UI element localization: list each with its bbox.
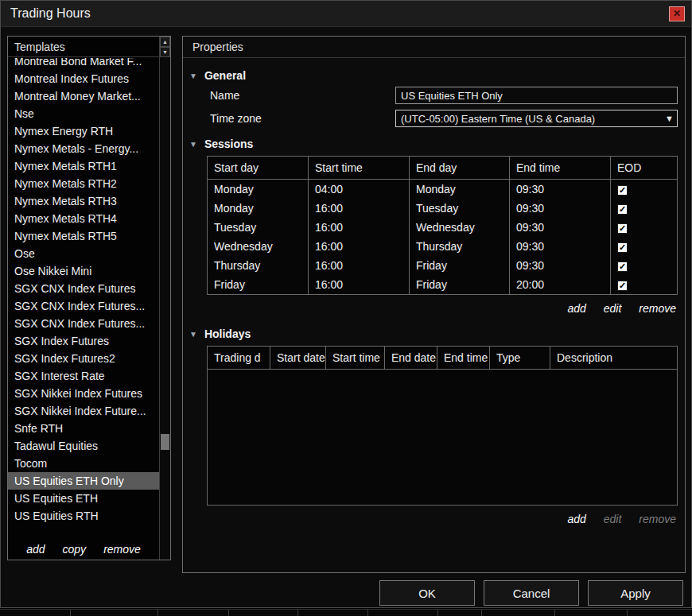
eod-checkbox[interactable]: ✓: [617, 204, 628, 215]
session-start-day: Wednesday: [208, 237, 309, 256]
templates-remove-link[interactable]: remove: [103, 543, 141, 556]
background-window-strip: [0, 609, 692, 616]
template-item[interactable]: SGX Interest Rate: [8, 367, 159, 385]
session-row[interactable]: Monday 16:00 Tuesday 09:30 ✓: [208, 199, 677, 218]
template-item[interactable]: SGX CNX Index Futures...: [8, 297, 159, 315]
eod-checkbox[interactable]: ✓: [617, 281, 628, 291]
session-row[interactable]: Wednesday 16:00 Thursday 09:30 ✓: [208, 237, 677, 256]
template-list: Montreal Bond Market F... Montreal Index…: [8, 58, 159, 537]
close-button[interactable]: ✕: [669, 6, 685, 21]
session-eod-cell: ✓: [611, 180, 677, 199]
template-item[interactable]: SGX Nikkei Index Future...: [8, 402, 159, 420]
session-row[interactable]: Friday 16:00 Friday 20:00 ✓: [208, 275, 677, 294]
column-header: Description: [550, 347, 677, 369]
template-item[interactable]: SGX CNX Index Futures: [8, 280, 159, 297]
eod-checkbox[interactable]: ✓: [617, 223, 628, 234]
session-row[interactable]: Monday 04:00 Monday 09:30 ✓: [208, 180, 677, 199]
template-item[interactable]: US Equities ETH: [8, 490, 159, 507]
sessions-table-header: Start day Start time End day End time EO…: [208, 157, 677, 180]
holidays-section-label: Holidays: [204, 327, 251, 340]
cancel-button[interactable]: Cancel: [484, 580, 579, 606]
holidays-edit-link: edit: [604, 513, 622, 525]
chevron-down-icon: ▼: [665, 114, 674, 123]
session-end-time: 09:30: [510, 256, 611, 275]
template-item[interactable]: Nymex Metals RTH5: [8, 227, 159, 245]
session-end-time: 20:00: [510, 275, 611, 294]
template-item[interactable]: SGX Nikkei Index Futures: [8, 385, 159, 402]
scroll-down-icon: ▼: [162, 49, 168, 55]
sessions-add-link[interactable]: add: [567, 302, 585, 315]
template-item[interactable]: SGX Index Futures2: [8, 350, 159, 367]
template-item[interactable]: SGX Index Futures: [8, 332, 159, 350]
template-item[interactable]: Nymex Metals - Energy...: [8, 140, 159, 157]
session-end-day: Monday: [410, 180, 510, 199]
name-input[interactable]: [395, 87, 678, 104]
templates-add-link[interactable]: add: [26, 543, 45, 556]
session-eod-cell: ✓: [611, 199, 677, 218]
properties-panel: Properties ▼ General Name Time zone (UTC…: [182, 36, 686, 573]
timezone-value: (UTC-05:00) Eastern Time (US & Canada): [401, 113, 595, 125]
column-header: Start time: [309, 157, 410, 179]
session-eod-cell: ✓: [611, 237, 677, 256]
general-section-header[interactable]: ▼ General: [189, 69, 678, 82]
session-end-time: 09:30: [510, 218, 611, 237]
column-header: End day: [410, 157, 510, 179]
template-item[interactable]: Montreal Money Market...: [8, 87, 159, 105]
title-bar[interactable]: Trading Hours ✕: [1, 1, 691, 27]
template-item[interactable]: Montreal Bond Market F...: [8, 58, 159, 70]
template-item[interactable]: Snfe RTH: [8, 420, 159, 437]
close-icon: ✕: [673, 8, 681, 19]
template-item[interactable]: Nymex Metals RTH4: [8, 210, 159, 227]
template-item[interactable]: Nymex Energy RTH: [8, 122, 159, 140]
session-row[interactable]: Tuesday 16:00 Wednesday 09:30 ✓: [208, 218, 677, 237]
session-row[interactable]: Thursday 16:00 Friday 09:30 ✓: [208, 256, 677, 275]
session-start-day: Monday: [208, 199, 309, 218]
eod-checkbox[interactable]: ✓: [617, 185, 628, 196]
collapse-icon: ▼: [189, 330, 197, 339]
template-item[interactable]: SGX CNX Index Futures...: [8, 315, 159, 332]
template-item[interactable]: Tadawul Equities: [8, 437, 159, 455]
session-eod-cell: ✓: [611, 256, 677, 275]
templates-panel: Templates Montreal Bond Market F... Mont…: [7, 36, 171, 560]
ok-button[interactable]: OK: [379, 580, 475, 606]
sessions-remove-link[interactable]: remove: [639, 302, 676, 315]
template-item[interactable]: Ose: [8, 245, 159, 262]
scrollbar-thumb[interactable]: [161, 434, 169, 450]
template-item-selected[interactable]: US Equities ETH Only: [8, 472, 159, 490]
template-item[interactable]: US Equities RTH: [8, 507, 159, 525]
sessions-section-label: Sessions: [204, 138, 253, 150]
scroll-up-button[interactable]: ▲: [160, 37, 170, 47]
sessions-edit-link[interactable]: edit: [604, 302, 622, 315]
template-item[interactable]: Nymex Metals RTH3: [8, 192, 159, 210]
sessions-table: Start day Start time End day End time EO…: [207, 156, 678, 295]
template-item[interactable]: Nymex Metals RTH1: [8, 157, 159, 175]
holidays-add-link[interactable]: add: [567, 513, 585, 525]
collapse-icon: ▼: [189, 140, 197, 149]
template-item[interactable]: Tocom: [8, 455, 159, 472]
eod-checkbox[interactable]: ✓: [617, 262, 628, 272]
session-start-time: 16:00: [309, 275, 410, 294]
templates-copy-link[interactable]: copy: [63, 543, 87, 556]
template-item[interactable]: Nse: [8, 105, 159, 122]
scroll-down-button[interactable]: ▼: [160, 47, 170, 57]
column-header: Trading d: [208, 347, 270, 369]
apply-button[interactable]: Apply: [588, 580, 683, 606]
session-end-time: 09:30: [510, 237, 611, 256]
column-header: Type: [490, 347, 550, 369]
session-start-time: 16:00: [309, 237, 410, 256]
column-header: EOD: [611, 157, 677, 179]
timezone-dropdown[interactable]: (UTC-05:00) Eastern Time (US & Canada) ▼: [395, 110, 678, 127]
scroll-up-icon: ▲: [162, 39, 168, 45]
holidays-section-header[interactable]: ▼ Holidays: [189, 327, 678, 340]
eod-checkbox[interactable]: ✓: [617, 242, 628, 253]
holidays-table-header: Trading d Start date Start time End date…: [208, 347, 677, 370]
template-item[interactable]: Montreal Index Futures: [8, 70, 159, 87]
templates-actions: add copy remove: [8, 538, 159, 560]
name-row: Name: [210, 86, 678, 105]
holidays-table-body: [208, 370, 677, 505]
template-item[interactable]: Nymex Metals RTH2: [8, 175, 159, 192]
templates-scrollbar[interactable]: ▲ ▼: [159, 37, 170, 560]
sessions-section-header[interactable]: ▼ Sessions: [189, 138, 678, 150]
template-item[interactable]: Ose Nikkei Mini: [8, 262, 159, 280]
column-header: Start day: [208, 157, 309, 179]
